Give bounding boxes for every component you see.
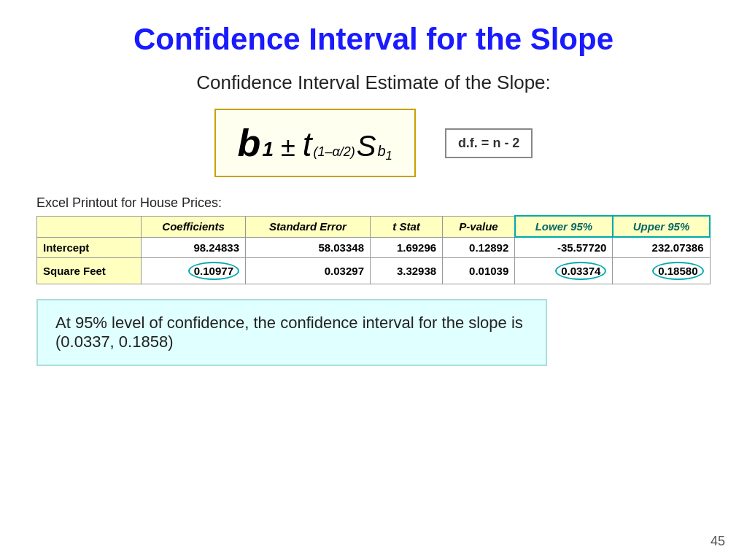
col-header-standard-error: Standard Error [245, 216, 370, 237]
plusminus-symbol: ± [281, 132, 295, 163]
intercept-pvalue: 0.12892 [443, 237, 515, 258]
col-header-empty [37, 216, 142, 237]
slide: Confidence Interval for the Slope Confid… [0, 0, 747, 560]
s-symbol: S [357, 130, 376, 163]
table-row-squarefeet: Square Feet 0.10977 0.03297 3.32938 0.01… [37, 258, 711, 284]
intercept-label: Intercept [37, 237, 142, 258]
subtitle: Confidence Interval Estimate of the Slop… [36, 71, 711, 94]
intercept-lower95: -35.57720 [515, 237, 613, 258]
squarefeet-se: 0.03297 [245, 258, 370, 284]
squarefeet-tstat: 3.32938 [371, 258, 443, 284]
t-symbol: t [303, 125, 312, 164]
b1-subscript: 1 [262, 138, 274, 161]
circled-coeff: 0.10977 [188, 262, 239, 280]
slide-title: Confidence Interval for the Slope [36, 22, 711, 57]
intercept-tstat: 1.69296 [371, 237, 443, 258]
page-number: 45 [711, 534, 725, 549]
table-row-intercept: Intercept 98.24833 58.03348 1.69296 0.12… [37, 237, 711, 258]
intercept-se: 58.03348 [245, 237, 370, 258]
formula-container: b 1 ± t (1–α/2) S b1 d.f. = n - 2 [36, 109, 711, 177]
squarefeet-lower95: 0.03374 [515, 258, 613, 284]
df-box: d.f. = n - 2 [445, 128, 533, 158]
data-table: Coefficients Standard Error t Stat P-val… [36, 215, 711, 284]
circled-lower95: 0.03374 [555, 262, 606, 280]
t-subscript: (1–α/2) [314, 144, 355, 160]
squarefeet-coeff: 0.10977 [142, 258, 246, 284]
col-header-t-stat: t Stat [371, 216, 443, 237]
intercept-upper95: 232.07386 [613, 237, 710, 258]
squarefeet-pvalue: 0.01039 [443, 258, 515, 284]
intercept-coeff: 98.24833 [142, 237, 246, 258]
squarefeet-label: Square Feet [37, 258, 142, 284]
col-header-upper-95: Upper 95% [613, 216, 710, 237]
circled-upper95: 0.18580 [652, 262, 703, 280]
col-header-p-value: P-value [443, 216, 515, 237]
squarefeet-upper95: 0.18580 [613, 258, 710, 284]
conclusion-box: At 95% level of confidence, the confiden… [36, 299, 547, 366]
excel-label: Excel Printout for House Prices: [36, 195, 711, 211]
formula-math: b 1 ± t (1–α/2) S b1 [238, 121, 392, 165]
col-header-coefficients: Coefficients [142, 216, 246, 237]
col-header-lower-95: Lower 95% [515, 216, 613, 237]
b1-symbol: b [238, 121, 261, 165]
formula-box: b 1 ± t (1–α/2) S b1 [214, 109, 416, 177]
s-sub: b1 [377, 143, 392, 163]
